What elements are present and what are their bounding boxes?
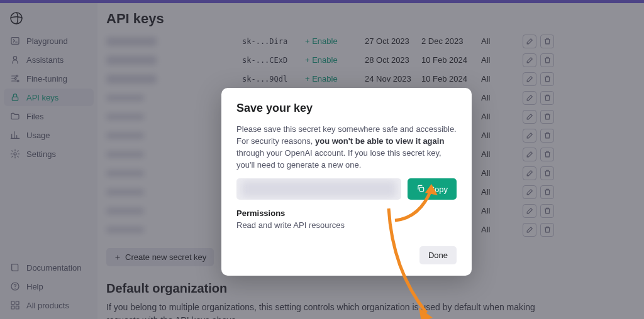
- permissions-label: Permissions: [236, 208, 457, 218]
- modal-title: Save your key: [236, 102, 457, 115]
- copy-label: Copy: [429, 185, 448, 194]
- secret-key-field[interactable]: [236, 178, 401, 200]
- done-button[interactable]: Done: [419, 246, 457, 264]
- svg-rect-13: [419, 187, 423, 191]
- save-key-modal: Save your key Please save this secret ke…: [221, 88, 472, 276]
- copy-button[interactable]: Copy: [408, 178, 457, 200]
- copy-icon: [416, 184, 425, 195]
- permissions-value: Read and write API resources: [236, 220, 457, 230]
- modal-body: Please save this secret key somewhere sa…: [236, 124, 457, 171]
